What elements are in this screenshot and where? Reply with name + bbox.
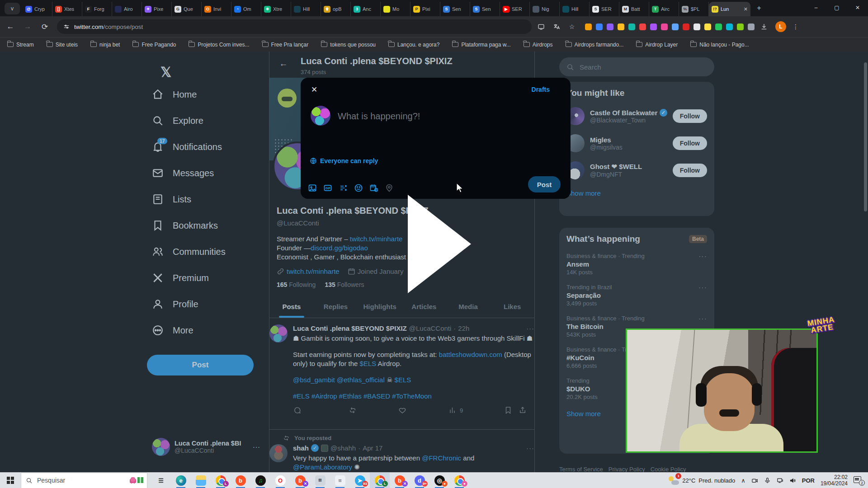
close-icon[interactable]: ✕ (309, 84, 320, 95)
video-play-overlay-icon[interactable] (408, 195, 471, 293)
taskbar-app-opera[interactable]: O (270, 473, 290, 488)
browser-tab[interactable]: @Cryp (23, 2, 52, 16)
extension-icon[interactable] (596, 23, 603, 30)
volume-icon[interactable] (789, 477, 796, 484)
drafts-link[interactable]: Drafts (532, 86, 550, 93)
bookmark-star-icon[interactable]: ☆ (566, 21, 578, 33)
browser-tab[interactable]: PPixi (410, 2, 440, 16)
browser-tab[interactable]: ✦Pixe (142, 2, 172, 16)
browser-tab[interactable]: Airo (112, 2, 142, 16)
microphone-icon[interactable] (764, 477, 771, 484)
taskbar-app-obs[interactable]: ◎● (429, 473, 449, 488)
bookmark-folder[interactable]: Não lançou - Pago... (690, 42, 749, 48)
browser-tab[interactable]: Nig (530, 2, 560, 16)
gif-icon[interactable]: GIF (323, 183, 332, 192)
language-indicator[interactable]: POR (802, 477, 815, 484)
extension-icon[interactable] (672, 23, 679, 30)
taskbar-app-chrome-3[interactable]: ● (449, 473, 469, 488)
poll-icon[interactable] (339, 183, 348, 192)
extension-icon[interactable] (693, 23, 700, 30)
reload-button[interactable]: ⟳ (38, 20, 52, 33)
bookmark-folder[interactable]: Free Pagando (132, 42, 176, 48)
taskbar-search[interactable]: Pesquisar (21, 473, 147, 488)
start-button[interactable] (0, 473, 21, 488)
tab-search-button[interactable]: v (5, 3, 20, 14)
browser-tab[interactable]: MBatt (619, 2, 649, 16)
taskbar-app-notepad[interactable]: ≡ (330, 473, 350, 488)
post-button[interactable]: Post (528, 176, 561, 192)
taskbar-app-discord[interactable]: d9+ (410, 473, 429, 488)
browser-tab[interactable]: ◔Om (231, 2, 261, 16)
extension-icon[interactable] (639, 23, 646, 30)
extension-icon[interactable] (618, 23, 624, 30)
weather-widget[interactable]: 1 22°C Pred. nublado (668, 475, 735, 485)
bookmark-folder[interactable]: tokens que possou (321, 42, 376, 48)
maximize-button[interactable]: ▢ (826, 0, 847, 15)
browser-tab[interactable]: ✳Xtre (261, 2, 291, 16)
bookmark-folder[interactable]: Airdrops farmando... (566, 42, 624, 48)
downloads-icon[interactable] (758, 21, 770, 33)
extension-icon[interactable] (737, 23, 744, 30)
composer-input[interactable]: What is happening?! (338, 111, 420, 122)
taskbar-app-spotify[interactable]: ♫ (250, 473, 270, 488)
translate-icon[interactable] (551, 21, 562, 33)
taskbar-clock[interactable]: 22:02 19/04/2024 (821, 474, 848, 487)
bookmark-folder[interactable]: ninja bet (90, 42, 120, 48)
browser-profile-avatar[interactable]: L (775, 21, 786, 32)
taskbar-app-file-explorer[interactable] (191, 473, 211, 488)
browser-tab[interactable]: SSER (590, 2, 619, 16)
taskbar-app-brave-3[interactable]: b✕ (390, 473, 410, 488)
browser-tab[interactable]: SSen (470, 2, 500, 16)
close-button[interactable]: ✕ (847, 0, 868, 15)
tray-chevron-icon[interactable]: ∧ (741, 477, 745, 484)
bookmark-folder[interactable]: Site uteis (47, 42, 78, 48)
browser-tab[interactable]: ♛opB (321, 2, 351, 16)
extension-icon[interactable] (726, 23, 733, 30)
reply-scope-button[interactable]: Everyone can reply (310, 157, 378, 164)
browser-tab[interactable]: ▶SER (500, 2, 530, 16)
extension-icon[interactable] (661, 23, 668, 30)
taskbar-app-telegram[interactable]: ➤93 (350, 473, 370, 488)
browser-tab[interactable]: FForg (82, 2, 112, 16)
extension-icon[interactable] (715, 23, 722, 30)
taskbar-app-calculator[interactable]: ⌗ (310, 473, 330, 488)
bookmark-folder[interactable]: Projetos Com inves... (189, 42, 249, 48)
bookmark-folder[interactable]: Stream (7, 42, 34, 48)
browser-menu-icon[interactable]: ⋮ (790, 21, 802, 33)
taskbar-app-chrome-1[interactable]: L (211, 473, 231, 488)
taskbar-app-brave-1[interactable]: b (231, 473, 250, 488)
taskbar-app-task-view[interactable]: ☰ (151, 473, 171, 488)
browser-tab[interactable]: TAirc (649, 2, 679, 16)
new-tab-button[interactable]: + (753, 2, 765, 14)
browser-tab[interactable]: !?Lun✕ (709, 2, 750, 16)
page-scrollbar[interactable] (864, 62, 867, 211)
bookmark-folder[interactable]: Plataforma paga w... (452, 42, 510, 48)
browser-tab[interactable]: SSen (440, 2, 470, 16)
forward-button[interactable]: → (21, 20, 34, 33)
cast-icon[interactable] (535, 21, 547, 33)
browser-tab[interactable]: OInvi (202, 2, 231, 16)
extension-icon[interactable] (704, 23, 711, 30)
taskbar-app-edge[interactable]: e (171, 473, 191, 488)
minimize-button[interactable]: – (806, 0, 826, 15)
network-icon[interactable] (777, 477, 783, 484)
tab-close-icon[interactable]: ✕ (744, 6, 748, 12)
schedule-icon[interactable] (369, 183, 378, 192)
browser-tab[interactable]: GQue (172, 2, 202, 16)
browser-tab[interactable]: []Xtes (52, 2, 82, 16)
notification-center-icon[interactable]: 2 (854, 476, 863, 484)
browser-tab[interactable]: 3Anc (351, 2, 381, 16)
bookmark-folder[interactable]: Lançou. e agora? (388, 42, 439, 48)
address-bar[interactable]: twitter.com/compose/post (57, 19, 532, 34)
bookmark-folder[interactable]: Free Pra lançar (262, 42, 309, 48)
bookmark-folder[interactable]: Airdrop Layer (636, 42, 678, 48)
taskbar-app-chrome-2[interactable]: L (370, 473, 390, 488)
extension-icon[interactable] (748, 23, 755, 30)
extension-icon[interactable] (585, 23, 592, 30)
bookmark-folder[interactable]: Airdrops (524, 42, 553, 48)
browser-tab[interactable]: Mo (381, 2, 410, 16)
site-settings-icon[interactable] (63, 23, 70, 30)
url-text[interactable]: twitter.com/compose/post (74, 23, 143, 30)
camera-icon[interactable] (751, 477, 758, 484)
extension-icon[interactable] (607, 23, 613, 30)
